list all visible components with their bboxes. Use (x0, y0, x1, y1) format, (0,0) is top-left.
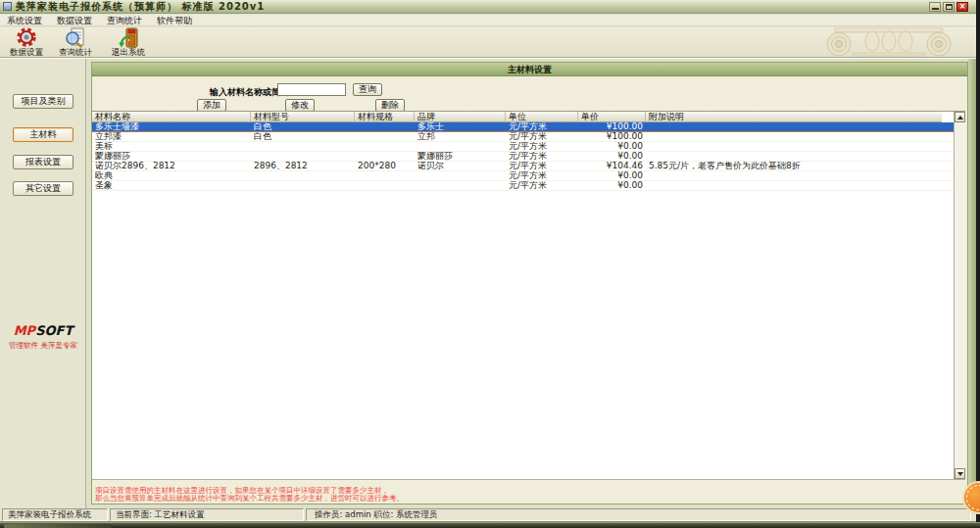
gear-icon (4, 27, 49, 48)
maximize-icon (946, 4, 953, 10)
cell-notes (646, 122, 942, 131)
cell-material-name: 欧典 (92, 171, 251, 180)
col-unit-price[interactable]: 单价 (578, 112, 646, 122)
taskbar-strip[interactable] (0, 522, 980, 528)
table-row[interactable]: 立邦漆 白色 立邦 元/平方米 ¥100.00 (92, 132, 965, 142)
table-header: 材料名称 材料型号 材料规格 品牌 单位 单价 附加说明 (92, 112, 965, 122)
main-materials-panel: 主材料设置 输入材料名称或简码: 查询 添加 修改 删除 材料名称 材料型号 材… (91, 62, 968, 504)
col-unit[interactable]: 单位 (506, 112, 578, 122)
taskbar-item (4, 524, 112, 528)
cell-unit: 元/平方米 (506, 132, 578, 141)
cell-notes (646, 142, 942, 151)
panel-title: 主材料设置 (92, 63, 967, 76)
close-button[interactable]: × (956, 2, 968, 12)
toolbar-query-stats-button[interactable]: 查询统计 (53, 27, 98, 57)
cell-unit-price: ¥100.00 (578, 132, 646, 141)
cell-unit-price: ¥100.00 (578, 122, 646, 131)
cell-notes (646, 132, 942, 141)
cell-notes: 5.85元/片，老客户售价为此价基础8折 (646, 162, 942, 170)
scroll-up-button[interactable] (955, 112, 965, 122)
cell-unit-price: ¥0.00 (578, 171, 646, 180)
col-material-spec[interactable]: 材料规格 (355, 112, 415, 122)
cell-material-model: 白色 (251, 132, 355, 141)
cell-material-spec (355, 152, 415, 161)
toolbar-data-settings-button[interactable]: 数据设置 (4, 27, 49, 57)
cell-material-spec (355, 181, 415, 190)
table-row[interactable]: 圣象 元/平方米 ¥0.00 (92, 181, 965, 191)
toolbar-label: 数据设置 (4, 48, 49, 57)
cell-unit-price: ¥0.00 (578, 152, 646, 161)
sidebar-item-other-settings[interactable]: 其它设置 (13, 181, 74, 196)
menu-help[interactable]: 软件帮助 (150, 15, 200, 26)
cell-notes (646, 152, 942, 161)
cell-unit: 元/平方米 (506, 122, 578, 131)
sidebar-item-report-settings[interactable]: 报表设置 (13, 155, 74, 169)
status-current-screen: 当前界面: 工艺材料设置 (110, 508, 304, 521)
table-row[interactable]: 诺贝尔2896、2812 2896、2812 200*280 诺贝尔 元/平方米… (92, 162, 965, 171)
search-stats-icon (53, 27, 98, 48)
menu-query-stats[interactable]: 查询统计 (100, 15, 150, 26)
cell-unit: 元/平方米 (506, 142, 578, 151)
cell-unit-price: ¥0.00 (578, 181, 646, 190)
table-row[interactable]: 欧典 元/平方米 ¥0.00 (92, 171, 965, 181)
cell-material-spec (355, 142, 415, 151)
cell-unit-price: ¥104.46 (578, 162, 646, 170)
right-window-frame (968, 59, 976, 508)
table-scrollbar[interactable] (954, 112, 965, 479)
cell-brand: 蒙娜丽莎 (415, 152, 506, 161)
arrow-down-icon (957, 472, 963, 476)
menu-bar: 系统设置 数据设置 查询统计 软件帮助 (0, 15, 976, 26)
logo-brand-red: MP (14, 323, 35, 338)
toolbar-label: 退出系统 (106, 48, 151, 57)
cell-brand (415, 181, 506, 190)
table-row[interactable]: 多乐士墙漆 白色 多乐士 元/平方米 ¥100.00 (92, 122, 965, 132)
cell-brand: 立邦 (415, 132, 506, 141)
sidebar-item-projects-categories[interactable]: 项目及类别 (13, 94, 74, 109)
cell-unit-price: ¥0.00 (578, 142, 646, 151)
col-brand[interactable]: 品牌 (415, 112, 506, 122)
table-row[interactable]: 蒙娜丽莎 蒙娜丽莎 元/平方米 ¥0.00 (92, 152, 965, 162)
status-operator: 操作员: admin 职位: 系统管理员 (306, 508, 971, 521)
cell-brand: 诺贝尔 (415, 162, 506, 170)
arrow-up-icon (957, 116, 963, 120)
cell-material-model (251, 171, 355, 180)
title-bar: 美萍家装电子报价系统（预算师） 标准版 2020v1 × (0, 0, 976, 14)
cell-notes (646, 181, 942, 190)
cell-notes (646, 171, 942, 180)
cell-material-name: 美标 (92, 142, 251, 151)
exit-door-icon (106, 27, 151, 48)
column-ornament-icon (809, 27, 968, 57)
cell-material-spec (355, 171, 415, 180)
sidebar: 项目及类别 主材料 报表设置 其它设置 MPSOFT 管理软件 美萍是专家 (0, 59, 86, 508)
materials-table: 材料名称 材料型号 材料规格 品牌 单位 单价 附加说明 多乐士墙漆 白色 多乐… (92, 111, 965, 480)
col-notes[interactable]: 附加说明 (646, 112, 942, 122)
menu-system-settings[interactable]: 系统设置 (0, 15, 50, 26)
material-search-input[interactable] (277, 83, 346, 96)
cell-material-model (251, 181, 355, 190)
cell-material-name: 立邦漆 (92, 132, 251, 141)
window-title: 美萍家装电子报价系统（预算师） 标准版 2020v1 (16, 0, 265, 14)
application-window: 美萍家装电子报价系统（预算师） 标准版 2020v1 × 系统设置 数据设置 查… (0, 0, 976, 522)
minimize-button[interactable] (929, 2, 941, 12)
maximize-button[interactable] (943, 2, 955, 12)
toolbar-label: 查询统计 (53, 48, 98, 57)
table-row[interactable]: 美标 元/平方米 ¥0.00 (92, 142, 965, 152)
col-material-name[interactable]: 材料名称 (92, 112, 251, 122)
cell-unit: 元/平方米 (506, 162, 578, 170)
cell-material-name: 诺贝尔2896、2812 (92, 162, 251, 170)
cell-unit: 元/平方米 (506, 181, 578, 190)
app-icon (3, 2, 12, 11)
query-button[interactable]: 查询 (353, 83, 382, 96)
cell-material-name: 圣象 (92, 181, 251, 190)
scroll-down-button[interactable] (955, 468, 965, 479)
cell-material-spec (355, 132, 415, 141)
status-app-name: 美萍家装电子报价系统 (2, 508, 108, 521)
toolbar-exit-button[interactable]: 退出系统 (106, 27, 151, 57)
col-material-model[interactable]: 材料型号 (251, 112, 355, 122)
cell-material-name: 蒙娜丽莎 (92, 152, 251, 161)
cell-material-spec: 200*280 (355, 162, 415, 170)
sidebar-item-main-materials[interactable]: 主材料 (13, 127, 74, 142)
logo-tagline: 管理软件 美萍是专家 (0, 341, 86, 351)
menu-data-settings[interactable]: 数据设置 (50, 15, 100, 26)
window-controls: × (929, 2, 968, 12)
